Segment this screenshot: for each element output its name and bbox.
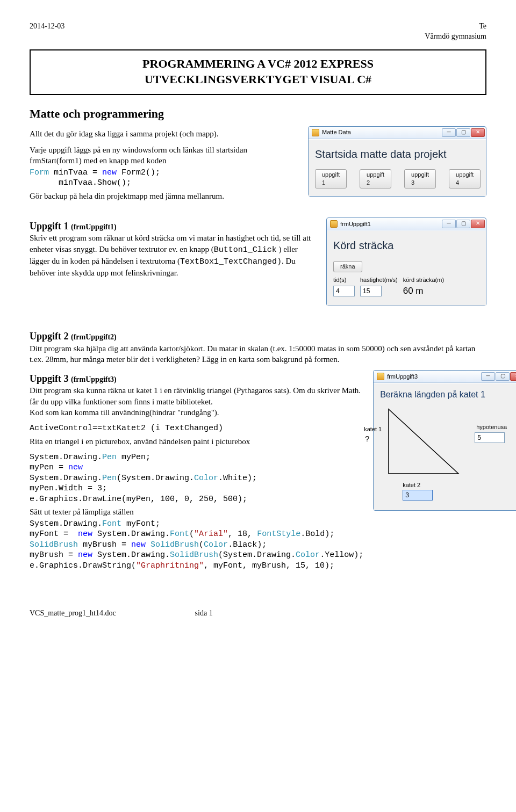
hypotenusa-label: hypotenusa — [476, 423, 507, 431]
close-icon[interactable]: ✕ — [510, 372, 516, 381]
section-heading: Matte och programmering — [30, 106, 486, 122]
window-frmuppgift3: frmUppgift3 ─ ▢ ✕ Beräkna längden på kat… — [373, 370, 516, 511]
tid-input[interactable]: 4 — [333, 286, 355, 296]
result-label: körd sträcka(m) — [403, 277, 444, 283]
footer-file: VCS_matte_prog1_ht14.doc — [30, 609, 116, 617]
u1-heading: Körd sträcka — [333, 238, 479, 253]
form-icon — [377, 373, 384, 380]
maximize-icon[interactable]: ▢ — [496, 372, 510, 381]
window-frmuppgift1: frmUppgift1 ─ ▢ ✕ Körd sträcka räkna tid… — [326, 218, 486, 306]
close-icon[interactable]: ✕ — [471, 128, 485, 137]
window-matte-data: Matte Data ─ ▢ ✕ Startsida matte data pr… — [308, 126, 486, 197]
text-satt-ut: Sätt ut texter på lämpliga ställen — [30, 506, 363, 517]
page-footer: VCS_matte_prog1_ht14.doc sida 1 — [30, 608, 486, 619]
code-block-drawing: System.Drawing.Pen myPen; myPen = new Sy… — [30, 452, 363, 505]
code-activecontrol: ActiveControl==txtKatet2 (i TextChanged) — [30, 423, 363, 434]
code-block-font: System.Drawing.Font myFont; myFont = new… — [30, 519, 363, 571]
uppgift-4-button[interactable]: uppgift 4 — [449, 169, 481, 189]
header-course: Te — [425, 21, 486, 32]
window-title: frmUppgift3 — [387, 373, 418, 381]
uppgift-1-button[interactable]: uppgift 1 — [315, 169, 347, 189]
u3-heading: Beräkna längden på katet 1 — [380, 389, 516, 401]
triangle-icon — [383, 404, 464, 479]
uppgift1-text: Uppgift 1 (frmUppgift1) Skriv ett progra… — [30, 220, 317, 278]
katet1-label: katet 1 — [364, 425, 382, 433]
window-title: Matte Data — [322, 128, 351, 136]
minimize-icon[interactable]: ─ — [442, 220, 456, 228]
minimize-icon[interactable]: ─ — [442, 128, 456, 137]
form-icon — [312, 129, 319, 136]
intro-text: Allt det du gör idag ska ligga i samma p… — [30, 126, 298, 207]
window-title: frmUppgift1 — [340, 220, 371, 228]
intro-para3: Gör backup på hela din projektmapp med j… — [30, 191, 298, 201]
hastighet-input[interactable]: 15 — [360, 286, 382, 296]
uppgift3-picturebox: Rita en triangel i en picturebox, använd… — [30, 436, 363, 447]
uppgift-3-button[interactable]: uppgift 3 — [404, 169, 436, 189]
svg-marker-0 — [389, 409, 458, 474]
uppgift-2-button[interactable]: uppgift 2 — [360, 169, 391, 189]
katet2-input[interactable]: 3 — [403, 490, 433, 501]
maximize-icon[interactable]: ▢ — [456, 220, 470, 228]
footer-page: sida 1 — [195, 609, 213, 617]
minimize-icon[interactable]: ─ — [481, 372, 495, 381]
close-icon[interactable]: ✕ — [471, 220, 485, 228]
triangle-picturebox: katet 1 ? hypotenusa 5 — [383, 404, 464, 479]
document-title: PROGRAMMERING A VC# 2012 EXPRESS UTVECKL… — [30, 49, 486, 95]
tid-label: tid(s) — [333, 277, 346, 283]
intro-para2: Varje uppgift läggs på en ny windowsform… — [30, 144, 298, 166]
form-icon — [330, 220, 338, 228]
code-block-1: Form minTvaa = new Form2(); minTvaa.Show… — [30, 168, 298, 189]
intro-para1: Allt det du gör idag ska ligga i samma p… — [30, 128, 298, 139]
page-header: 2014-12-03 Te Värmdö gymnasium — [30, 21, 486, 42]
title-line2: UTVECKLINGSVERKTYGET VISUAL C# — [39, 71, 477, 88]
hastighet-label: hastighet(m/s) — [360, 277, 398, 283]
header-date: 2014-12-03 — [30, 21, 64, 42]
result-value: 60 m — [403, 286, 424, 296]
katet2-label: katet 2 — [403, 481, 516, 489]
question-mark: ? — [365, 434, 369, 444]
header-school: Värmdö gymnasium — [425, 32, 486, 42]
uppgift2-text: Uppgift 2 (frmUppgift2) Ditt program ska… — [30, 330, 486, 365]
title-line1: PROGRAMMERING A VC# 2012 EXPRESS — [39, 56, 477, 72]
hypotenusa-input[interactable]: 5 — [475, 432, 505, 443]
rakna-button[interactable]: räkna — [333, 261, 362, 272]
maximize-icon[interactable]: ▢ — [456, 128, 470, 137]
uppgift3-text: Uppgift 3 (frmUppgift3) Ditt program ska… — [30, 372, 363, 418]
matte-heading: Startsida matte data projekt — [315, 147, 479, 162]
